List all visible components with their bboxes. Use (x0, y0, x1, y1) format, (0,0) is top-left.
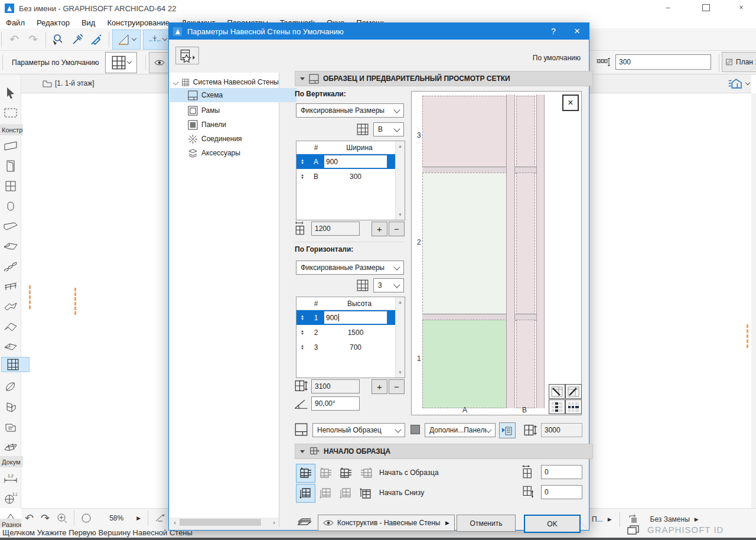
dialog-help-button[interactable]: ? (542, 23, 565, 40)
menu-file[interactable]: Файл (0, 18, 31, 27)
window-tool-icon[interactable] (1, 177, 20, 195)
preview-panel[interactable] (516, 320, 535, 408)
scroll-down-icon[interactable]: ▼ (398, 212, 403, 217)
table-scroll-strip[interactable]: ▲ ▼ (395, 141, 405, 220)
preview-vertical-mullion[interactable] (536, 95, 545, 408)
horizontal-scheme-select[interactable]: Фиксированные Размеры (296, 261, 404, 275)
scroll-down-icon[interactable]: ▼ (398, 370, 403, 375)
orientation-icon[interactable] (155, 513, 165, 523)
panel-class-select[interactable]: Дополни...Панель (425, 423, 496, 437)
guide-lines-button[interactable] (112, 30, 141, 50)
object-tool-icon[interactable] (1, 398, 20, 416)
column-tool-icon[interactable] (1, 197, 20, 215)
dropdown-arrow-icon[interactable] (132, 36, 136, 41)
replace-label[interactable]: Без Замены (650, 515, 690, 523)
table-row[interactable]: ▲▼ B 300 (296, 169, 395, 184)
zoom-in-icon[interactable] (57, 513, 67, 523)
syringe-pick-icon[interactable] (68, 30, 87, 50)
vertical-total-field[interactable]: 1200 (311, 222, 360, 236)
apply-panel-button[interactable] (499, 422, 516, 438)
shell2-tool-icon[interactable] (1, 378, 20, 396)
table-row[interactable]: ▲▼ 3 700 (296, 340, 395, 354)
scroll-right-icon[interactable]: › (269, 519, 279, 526)
row-spinner-icon[interactable]: ▲▼ (296, 159, 308, 165)
forward-view-icon[interactable]: ↷ (41, 512, 50, 525)
cancel-button[interactable]: Отменить (457, 515, 516, 532)
diagonal-grid-right-button[interactable] (565, 384, 582, 399)
zone-tool-icon[interactable] (1, 418, 20, 436)
scroll-left-icon[interactable]: ‹ (170, 519, 180, 526)
pickup-parameters-icon[interactable] (49, 30, 68, 50)
floor-plan-display-button[interactable]: План 1 (722, 52, 756, 72)
origin-pattern-right-button[interactable] (356, 464, 376, 483)
scroll-thumb[interactable] (180, 519, 261, 526)
row-spinner-icon[interactable]: ▲▼ (296, 330, 308, 336)
shell-tool-icon[interactable] (1, 318, 20, 336)
arrow-tool-icon[interactable] (1, 84, 20, 102)
vertical-scheme-select[interactable]: Фиксированные Размеры (296, 103, 404, 118)
remove-column-button[interactable]: − (389, 222, 405, 236)
tree-item-panels[interactable]: Панели (170, 118, 296, 132)
navigator-toggle[interactable] (728, 78, 750, 89)
snap-guides-button[interactable] (143, 30, 171, 50)
marquee-tool-icon[interactable] (1, 104, 20, 122)
roof-tool-icon[interactable] (1, 298, 20, 315)
door-tool-icon[interactable] (1, 157, 20, 175)
stair-tool-icon[interactable] (1, 258, 20, 275)
preview-panel[interactable] (422, 320, 507, 408)
table-row[interactable]: ▲▼ 1 900 (296, 310, 395, 325)
ok-button[interactable]: OK (524, 515, 581, 533)
tree-expander-icon[interactable] (173, 79, 179, 85)
preview-panel[interactable] (516, 96, 535, 168)
undo-button[interactable]: ↶ (5, 30, 24, 50)
horizontal-count-select[interactable]: 3 (373, 278, 404, 292)
row-spinner-icon[interactable]: ▲▼ (296, 315, 308, 321)
tree-item-frames[interactable]: Рамы (170, 103, 296, 118)
scroll-up-icon[interactable]: ▲ (398, 300, 403, 305)
collapse-icon[interactable] (300, 450, 305, 453)
remove-row-button[interactable]: − (389, 379, 405, 394)
scroll-up-icon[interactable]: ▲ (398, 144, 403, 149)
default-tool-settings-button[interactable] (105, 52, 137, 73)
origin-middle-high-button[interactable] (336, 484, 356, 503)
level-dimension-tool-icon[interactable]: 1.2 (1, 489, 20, 507)
layer-select-button[interactable]: Конструктив - Навесные Стены ▶ (318, 515, 455, 531)
view-tab[interactable]: [1. 1-й этаж] (43, 79, 94, 87)
tree-horizontal-scrollbar[interactable]: ‹ › (170, 518, 279, 527)
horizontal-offset-field[interactable]: 0 (541, 465, 582, 479)
preview-vertical-mullion[interactable] (506, 95, 515, 408)
row-spinner-icon[interactable]: ▲▼ (296, 344, 308, 350)
vertical-offset-field[interactable]: 0 (541, 485, 582, 499)
collapse-icon[interactable] (300, 77, 305, 80)
offset-value-field[interactable]: 300 (615, 54, 711, 70)
preview-panel[interactable] (422, 96, 507, 168)
zoom-menu-arrow-icon[interactable]: ▶ (136, 515, 141, 521)
dialog-resize-grip[interactable]: ⋱ (581, 522, 587, 528)
preview-panel[interactable] (422, 173, 507, 315)
infill-select[interactable]: Неполный Образец (312, 423, 405, 437)
zoom-fit-icon[interactable] (81, 513, 93, 523)
slab-tool-icon[interactable] (1, 238, 20, 255)
dimension-tool-icon[interactable]: 1.2 (1, 469, 20, 487)
vertical-count-select[interactable]: B (373, 122, 404, 136)
add-column-button[interactable]: + (372, 222, 387, 236)
origin-pattern-left-button[interactable] (296, 464, 315, 483)
minimize-button[interactable]: – (654, 0, 682, 15)
origin-bottom-button[interactable] (296, 484, 315, 503)
table-row[interactable]: ▲▼ 2 1500 (296, 325, 395, 340)
table-scroll-strip[interactable]: ▲ ▼ (395, 297, 405, 378)
vertical-scrollbar[interactable] (751, 93, 756, 508)
replace-arrow-icon[interactable]: ▶ (695, 516, 699, 522)
redo-button[interactable]: ↷ (24, 30, 43, 50)
morph-tool-icon[interactable] (1, 338, 20, 356)
preview-close-button[interactable]: × (562, 95, 579, 111)
toolbox-group-document[interactable]: Докум (0, 456, 23, 467)
menu-design[interactable]: Конструирование (101, 18, 175, 27)
width-edit-field[interactable]: 900 (324, 155, 387, 168)
beam-tool-icon[interactable] (1, 217, 20, 235)
column-pattern-button[interactable] (549, 399, 565, 414)
tree-root-curtain-wall-system[interactable]: Система Навесной Стены (170, 75, 279, 89)
tree-item-accessories[interactable]: Аксессуары (170, 146, 296, 160)
mesh-tool-icon[interactable] (1, 438, 20, 456)
menu-edit[interactable]: Редактор (31, 18, 76, 27)
